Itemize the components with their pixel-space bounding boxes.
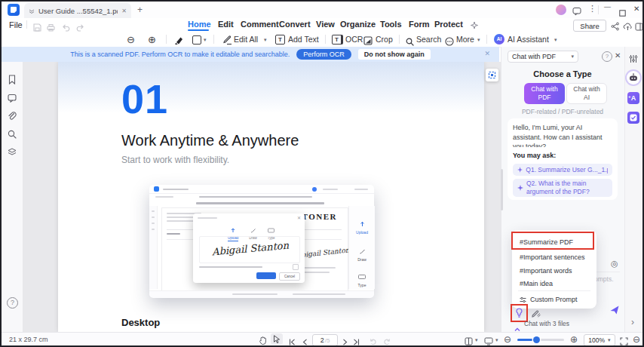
zoom-level-dropdown[interactable]: 100% ▾ [584,334,615,346]
panel-help-button[interactable]: ? [602,51,612,62]
menu-tab-comment[interactable]: Comment [241,20,279,29]
menu-tab-form[interactable]: Form [409,20,430,29]
snapshot-icon [488,71,496,79]
page-view-mode-icon[interactable] [465,335,473,347]
zoom-in-tool-icon[interactable]: ⊕ [148,34,156,45]
zoom-out-tool-icon[interactable]: ⊖ [127,34,135,45]
previous-page-icon[interactable] [302,335,308,347]
embedded-screenshot: STONER Abigail Stanton ✕ [149,185,374,297]
mini-panel-upload: Upload [349,230,375,235]
chat-with-pdf-option[interactable]: Chat with PDF [524,83,565,104]
edit-all-label[interactable]: Edit All [234,35,258,44]
page-view-chevron-icon[interactable]: ▾ [475,337,478,343]
collapse-panel-arrow[interactable]: › [631,317,634,327]
first-page-icon[interactable] [289,335,296,347]
notes-icon[interactable] [627,112,639,124]
zoom-slider-thumb[interactable] [533,336,540,343]
page-number-input[interactable]: 2 /5 [312,334,338,346]
ai-assistant-chevron-icon[interactable]: ▾ [554,37,557,43]
menu-tab-home[interactable]: Home [188,20,211,29]
menu-tab-protect[interactable]: Protect [434,20,463,29]
search-label[interactable]: Search [416,35,441,44]
mini-panel-type-icon [358,274,366,280]
mini-left-rail [149,206,158,289]
suggestion-q1[interactable]: Q1. Summarize User G..._1.pdf [513,164,612,176]
ocr-icon[interactable]: T [332,35,343,45]
add-text-label[interactable]: Add Text [288,35,319,44]
ocr-label[interactable]: OCR [345,35,363,44]
comments-panel-icon[interactable] [8,92,17,106]
panel-close-button[interactable]: ✕ [615,51,621,60]
focus-mode-icon[interactable]: ⊖ [633,334,640,345]
share-button[interactable]: Share [573,20,606,32]
do-not-show-again-button[interactable]: Do not show again [358,49,431,60]
next-view-icon[interactable] [383,335,391,347]
menu-tab-convert[interactable]: Convert [279,20,311,29]
zoom-slider-track[interactable] [517,339,564,341]
app-logo [8,4,20,16]
menu-tab-edit[interactable]: Edit [218,20,234,29]
document-tab[interactable]: User Guide ...55542_1.pdf ✕ [24,3,131,18]
perform-ocr-button[interactable]: Perform OCR [296,49,351,60]
send-button[interactable] [609,305,620,318]
kebab-menu-icon[interactable]: ⋮ [588,4,596,14]
last-page-icon[interactable] [353,335,360,347]
prompt-main-idea[interactable]: #Main idea [520,280,553,287]
chat-mode-dropdown[interactable]: Chat with PDF ▾ [508,51,578,63]
reading-mode-chevron-icon[interactable]: ▾ [495,337,498,343]
crop-label[interactable]: Crop [376,35,393,44]
previous-view-icon[interactable] [370,335,377,347]
screenshot-target-icon[interactable]: ◎ [611,259,618,269]
ai-robot-icon[interactable] [627,71,640,84]
panel-scrollbar-thumb[interactable] [501,169,503,210]
next-page-icon[interactable] [342,335,348,347]
chat-mode-chevron-icon: ▾ [571,54,574,60]
chat-with-files-toggle[interactable]: Chat with 3 files [524,320,569,327]
chapter-number: 01 [121,75,168,122]
edit-all-chevron-icon[interactable]: ▾ [264,37,267,43]
menu-file[interactable]: File [9,20,23,29]
more-chevron-icon[interactable]: ▾ [477,37,480,43]
menu-tab-view[interactable]: View [316,20,335,29]
menu-tab-organize[interactable]: Organize [340,20,376,29]
custom-prompt-item[interactable]: Custom Prompt [520,296,578,303]
ai-assistant-badge-icon[interactable]: AI [494,34,504,45]
more-label[interactable]: More [456,35,474,44]
minimize-button[interactable]: — [604,3,611,11]
shape-tool-chevron-icon[interactable]: ▾ [204,37,207,43]
notice-close-icon[interactable]: ✕ [484,50,490,57]
translate-icon[interactable]: A+ [627,92,639,104]
shape-tool-icon[interactable] [192,35,201,45]
suggestion-q2[interactable]: Q2. What is the main argument of the PDF… [513,179,612,197]
prompt-summarize-pdf[interactable]: #Summarize PDF [520,238,573,246]
settings-sliders-icon[interactable] [629,53,638,66]
user-avatar[interactable] [556,5,566,15]
feedback-icon[interactable] [572,5,581,19]
suggestion-q2-text: Q2. What is the main argument of the PDF… [526,180,608,195]
prompt-lightbulb-icon[interactable] [515,307,523,321]
zoom-out-icon[interactable]: ⊖ [504,334,511,345]
search-panel-icon[interactable] [8,128,17,142]
mini-logo [154,186,159,192]
add-text-icon[interactable]: T [275,35,285,45]
hand-tool-icon[interactable] [259,334,267,347]
mini-window-controls-bar [354,189,368,190]
prompt-important-words[interactable]: #Important words [520,267,572,275]
prompt-important-sentences[interactable]: #Important sentences [520,253,585,261]
ai-assistant-label[interactable]: AI Assistant [508,35,549,44]
new-tab-button[interactable]: + [137,5,143,15]
help-button[interactable]: ? [7,297,18,309]
attachment-icon[interactable] [8,110,17,124]
choose-type-title: Choose a Type [501,69,624,78]
reading-mode-icon[interactable] [484,335,493,347]
select-tool-button[interactable] [271,333,283,345]
snapshot-button[interactable] [486,69,498,81]
tab-close-icon[interactable]: ✕ [121,8,127,14]
zoom-in-icon[interactable]: ⊕ [570,334,578,345]
bookmark-icon[interactable] [8,74,17,88]
close-button[interactable]: ✕ [633,5,639,13]
chat-with-ai-option[interactable]: Chat with AI [566,83,607,104]
fullscreen-icon[interactable] [620,335,628,347]
layers-icon[interactable] [8,146,17,160]
menu-tab-tools[interactable]: Tools [380,20,402,29]
